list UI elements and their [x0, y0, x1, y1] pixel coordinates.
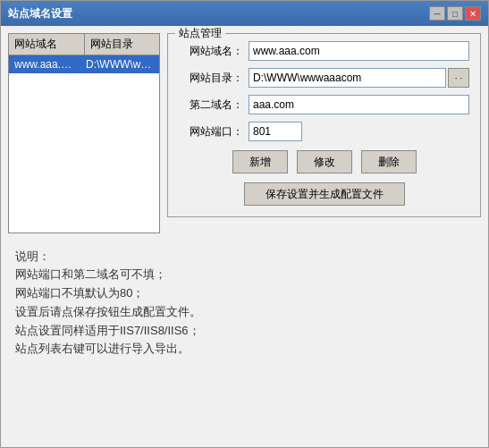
browse-button[interactable]: · ·	[448, 68, 469, 88]
dir-label: 网站目录：	[179, 71, 243, 86]
add-button[interactable]: 新增	[232, 150, 288, 173]
second-domain-row: 第二域名：	[179, 95, 469, 114]
window-controls: ─ □ ✕	[429, 6, 481, 21]
col2-header: 网站目录	[85, 34, 160, 55]
domain-input[interactable]	[249, 41, 469, 61]
notes-area: 说明： 网站端口和第二域名可不填； 网站端口不填默认为80； 设置后请点保存按钮…	[8, 241, 481, 367]
delete-button[interactable]: 删除	[361, 150, 417, 173]
left-panel: 网站域名 网站目录 www.aaa.com D:\WWW\www...	[8, 33, 160, 233]
domain-list[interactable]: www.aaa.com D:\WWW\www...	[8, 55, 160, 233]
main-window: 站点域名设置 ─ □ ✕ 网站域名 网站目录 www.aaa.com D:\WW…	[0, 0, 489, 448]
col1-header: 网站域名	[9, 34, 85, 55]
port-row: 网站端口：	[179, 122, 469, 141]
site-management-group: 站点管理 网站域名： 网站目录： · · 第二域名：	[167, 33, 481, 217]
notes-line-5: 站点列表右键可以进行导入导出。	[15, 340, 474, 359]
dir-cell: D:\WWW\www...	[80, 55, 159, 73]
port-input[interactable]	[249, 122, 302, 141]
main-content: 网站域名 网站目录 www.aaa.com D:\WWW\www... 站点管理…	[1, 26, 488, 241]
action-buttons: 新增 修改 删除	[179, 150, 469, 173]
group-title: 站点管理	[175, 26, 225, 41]
notes-title: 说明：	[15, 248, 474, 266]
dir-input-group: · ·	[249, 68, 469, 88]
right-panel: 站点管理 网站域名： 网站目录： · · 第二域名：	[167, 33, 481, 233]
notes-line-1: 网站端口和第二域名可不填；	[15, 266, 474, 284]
edit-button[interactable]: 修改	[297, 150, 352, 173]
list-header: 网站域名 网站目录	[8, 33, 160, 55]
save-button-row: 保存设置并生成配置文件	[179, 182, 469, 206]
dir-input[interactable]	[249, 68, 446, 88]
domain-row: 网站域名：	[179, 41, 469, 61]
second-domain-input[interactable]	[249, 95, 469, 114]
dir-row: 网站目录： · ·	[179, 68, 469, 88]
domain-cell: www.aaa.com	[9, 55, 80, 73]
list-item[interactable]: www.aaa.com D:\WWW\www...	[9, 55, 159, 73]
second-domain-label: 第二域名：	[179, 97, 243, 113]
notes-line-3: 设置后请点保存按钮生成配置文件。	[15, 303, 474, 322]
port-label: 网站端口：	[179, 124, 243, 139]
notes-line-2: 网站端口不填默认为80；	[15, 284, 474, 303]
maximize-button[interactable]: □	[447, 6, 463, 21]
save-button[interactable]: 保存设置并生成配置文件	[244, 182, 405, 206]
window-title: 站点域名设置	[8, 6, 72, 21]
close-button[interactable]: ✕	[465, 6, 481, 21]
minimize-button[interactable]: ─	[429, 6, 445, 21]
notes-line-4: 站点设置同样适用于IIS7/IIS8/IIS6；	[15, 322, 474, 341]
notes-section: 说明： 网站端口和第二域名可不填； 网站端口不填默认为80； 设置后请点保存按钮…	[1, 241, 488, 448]
domain-label: 网站域名：	[179, 44, 243, 59]
title-bar: 站点域名设置 ─ □ ✕	[1, 1, 488, 26]
